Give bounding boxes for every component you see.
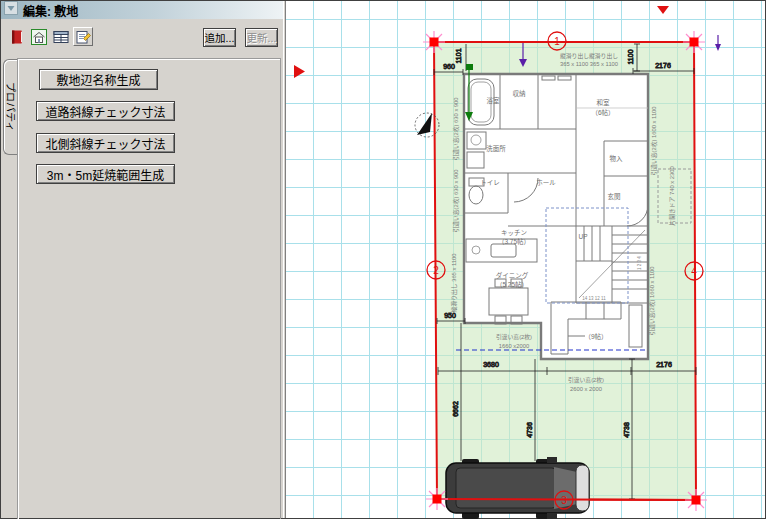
book-icon[interactable] <box>7 27 27 46</box>
drawing-canvas[interactable]: 浴室 収納 和室 （6帖） 洗面所 トイレ ホール 物入 玄関 キッチン （3.… <box>286 1 765 518</box>
window-label: 1660 x2000 <box>499 343 529 349</box>
room-label: トイレ <box>480 179 500 186</box>
room-label: 物入 <box>610 154 624 163</box>
window-label: 引違い窓(2枚) 630 x 900 <box>452 169 460 232</box>
dimension-value: 6662 <box>452 401 459 417</box>
room-label: 浴室 <box>487 96 501 105</box>
window-label: 縦滑り出し 365 x 1100 <box>450 254 458 313</box>
left-marker-triangle <box>294 65 305 78</box>
vertex-handle <box>426 488 448 510</box>
north-slant-check-button[interactable]: 北側斜線チェック寸法 <box>36 133 175 153</box>
door-label: 片開きドア 740 x 2300 <box>668 166 676 225</box>
update-button[interactable]: 更新... <box>245 28 278 47</box>
room-label: 収納 <box>513 89 526 98</box>
property-group: 敷地辺名称生成 道路斜線チェック寸法 北側斜線チェック寸法 3m・5m延焼範囲生… <box>17 58 281 519</box>
table-icon[interactable] <box>51 27 71 46</box>
window-label: 引違い窓(2枚) 1660 x 1100 <box>648 266 656 335</box>
room-label: ホール <box>536 179 556 186</box>
add-button[interactable]: 追加... <box>203 28 236 47</box>
window-label: 引違い窓(2枚) <box>568 376 604 384</box>
stairs-up-label: UP <box>578 233 587 240</box>
window-label: 引違い窓(2枚) <box>496 333 532 341</box>
panel-titlebar: 編集: 敷地 <box>1 1 283 19</box>
generate-site-edge-names-button[interactable]: 敷地辺名称生成 <box>39 69 158 90</box>
dimension-value: 2176 <box>655 62 671 69</box>
room-label: キッチン <box>501 229 527 236</box>
dimension-value: 4736 <box>526 422 533 438</box>
edge-number: 4 <box>691 266 697 277</box>
room-label: 玄関 <box>608 192 621 201</box>
dimension-value: 3680 <box>483 361 499 368</box>
dimension-value: 950 <box>444 312 456 319</box>
dimension-value: 2176 <box>656 361 672 368</box>
edge-number: 1 <box>554 36 560 47</box>
dimension-value: 1101 <box>455 48 462 63</box>
room-label: 和室 <box>597 98 611 107</box>
vertex-handle <box>683 31 705 53</box>
edit-panel: 編集: 敷地 <box>1 1 283 518</box>
top-marker-triangle <box>657 6 669 14</box>
window-label: 2600 x 2000 <box>570 386 602 392</box>
fire-spread-range-button[interactable]: 3m・5m延焼範囲生成 <box>36 164 175 184</box>
vertex-handle <box>423 31 445 53</box>
application-window: 編集: 敷地 <box>0 0 766 519</box>
vertex-handle <box>685 489 707 511</box>
room-label: （3.75帖） <box>498 237 530 246</box>
room-label: （9帖） <box>584 332 607 341</box>
dimension-value: 4738 <box>623 422 630 438</box>
window-label: 縦滑り出し縦滑り出し <box>560 52 618 60</box>
panel-toolbar: 追加... 更新... <box>1 21 283 51</box>
window-label: 365 x 1100 365 x 1100 <box>560 61 618 67</box>
room-label: （5.25帖） <box>496 280 528 289</box>
panel-title: 編集: 敷地 <box>23 2 78 19</box>
room-label: 洗面所 <box>486 144 506 153</box>
window-label: 引違い窓(2枚) 630 x 900 <box>452 97 460 160</box>
properties-icon[interactable] <box>73 27 93 46</box>
panel-menu-icon[interactable] <box>4 1 18 19</box>
room-label: （6帖） <box>591 108 614 117</box>
stair-numbers: 1 2 3 4 <box>637 256 642 270</box>
stair-numbers: 14 13 12 11 <box>582 296 606 301</box>
window-label: 引違い窓(2枚) 1600 x 1100 <box>650 106 658 175</box>
car[interactable] <box>446 457 589 519</box>
room-label: ダイニング <box>496 271 529 280</box>
house-icon[interactable] <box>29 27 49 46</box>
dimension-value: 960 <box>443 63 455 70</box>
floor-plan <box>464 74 648 359</box>
edge-number: 2 <box>433 265 439 276</box>
road-slant-check-button[interactable]: 道路斜線チェック寸法 <box>36 101 175 121</box>
edge-number: 3 <box>561 495 567 506</box>
dimension-value: 1100 <box>627 49 634 64</box>
